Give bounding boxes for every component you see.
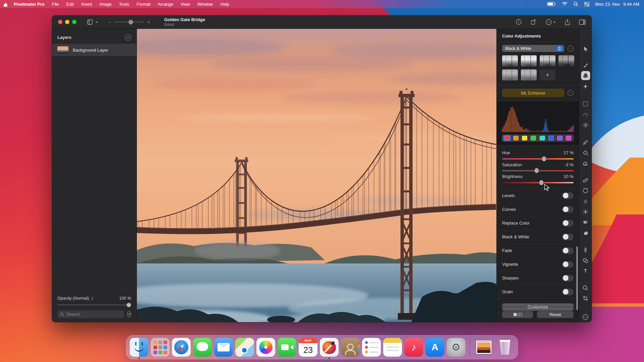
layer-search-input[interactable] bbox=[66, 312, 121, 317]
menu-item-format[interactable]: Format bbox=[133, 0, 154, 8]
dock-item-contacts[interactable] bbox=[341, 338, 360, 357]
dock-item-safari[interactable] bbox=[172, 338, 191, 357]
menu-item-image[interactable]: Image bbox=[96, 0, 115, 8]
spotlight-search-icon[interactable] bbox=[574, 2, 578, 6]
desaturate-tool-icon[interactable] bbox=[581, 218, 590, 227]
zoom-slider-knob[interactable] bbox=[128, 20, 133, 24]
dock-item-messages[interactable] bbox=[193, 338, 212, 357]
fade-toggle[interactable] bbox=[562, 247, 574, 254]
clone-tool-icon[interactable] bbox=[581, 186, 590, 195]
add-preset-button[interactable]: + bbox=[540, 69, 555, 80]
dock-item-mail[interactable] bbox=[214, 338, 233, 357]
zoom-window-button[interactable] bbox=[72, 20, 76, 24]
dock-item-facetime[interactable] bbox=[278, 338, 297, 357]
shapes-tool-icon[interactable] bbox=[581, 256, 590, 265]
apple-menu-icon[interactable] bbox=[0, 2, 10, 7]
preset-more-button[interactable]: ⋯ bbox=[568, 46, 574, 52]
battery-icon[interactable] bbox=[547, 2, 556, 6]
panel-scrollbar[interactable] bbox=[576, 246, 578, 310]
ml-more-button[interactable]: ⋯ bbox=[568, 90, 574, 96]
more-options-button[interactable] bbox=[546, 19, 556, 25]
levels-toggle[interactable] bbox=[562, 192, 574, 199]
preset-thumbnail-3[interactable] bbox=[540, 55, 555, 66]
hue-slider[interactable] bbox=[502, 158, 574, 160]
add-layer-button[interactable]: + bbox=[125, 34, 131, 41]
share-button[interactable] bbox=[565, 19, 570, 25]
wifi-icon[interactable] bbox=[562, 2, 568, 6]
layer-row-background[interactable]: Background Layer bbox=[52, 44, 137, 56]
dock-item-finder[interactable] bbox=[130, 338, 149, 357]
menu-clock[interactable]: Mon 23. Nov9:44 AM bbox=[595, 2, 639, 7]
vignette-toggle[interactable] bbox=[562, 261, 574, 268]
move-tool-icon[interactable] bbox=[581, 44, 590, 53]
saturation-slider[interactable] bbox=[502, 170, 574, 172]
zoom-in-button[interactable]: + bbox=[147, 19, 150, 25]
dock-item-pixelmator-pro[interactable] bbox=[320, 338, 339, 357]
preset-dropdown[interactable]: Black & White bbox=[502, 45, 564, 52]
color-swatch-5[interactable] bbox=[538, 135, 546, 141]
color-swatch-4[interactable] bbox=[529, 135, 538, 141]
sidebar-toggle-button[interactable] bbox=[579, 19, 586, 25]
menu-item-help[interactable]: Help bbox=[217, 0, 233, 8]
erase-tool-icon[interactable] bbox=[581, 158, 590, 167]
dock-item-calendar[interactable]: NOV23 bbox=[299, 338, 318, 357]
dock-item-maps[interactable] bbox=[235, 338, 254, 357]
dock-item-reminders[interactable] bbox=[362, 338, 381, 357]
style-tool-icon[interactable] bbox=[581, 60, 590, 69]
dock-item-music[interactable]: ♪ bbox=[405, 338, 423, 357]
canvas-zoom-slider[interactable] bbox=[114, 21, 144, 22]
color-swatch-1[interactable] bbox=[503, 135, 511, 141]
color-swatch-6[interactable] bbox=[547, 135, 555, 141]
color-swatch-7[interactable] bbox=[556, 135, 564, 141]
dock-item-system-preferences[interactable]: ⚙ bbox=[447, 338, 466, 357]
sharpen-tool-icon[interactable] bbox=[581, 207, 590, 216]
dock-item-app-store[interactable]: A bbox=[426, 338, 444, 357]
reset-button[interactable]: Reset bbox=[537, 311, 574, 318]
more-tools-icon[interactable] bbox=[581, 312, 590, 321]
opacity-slider[interactable] bbox=[57, 304, 131, 305]
layer-search-box[interactable] bbox=[57, 310, 124, 318]
grain-toggle[interactable] bbox=[562, 289, 574, 295]
opacity-slider-knob[interactable] bbox=[127, 303, 131, 307]
menu-item-insert[interactable]: Insert bbox=[77, 0, 96, 8]
color-swatch-8[interactable] bbox=[565, 135, 573, 141]
brightness-slider[interactable] bbox=[502, 182, 574, 183]
color-adjustments-tool-icon[interactable] bbox=[581, 71, 590, 80]
marquee-select-tool-icon[interactable] bbox=[581, 99, 590, 108]
type-tool-icon[interactable]: T bbox=[581, 266, 590, 275]
zoom-tool-icon[interactable] bbox=[581, 283, 590, 292]
retouch-tool-icon[interactable] bbox=[581, 176, 590, 185]
menu-item-tools[interactable]: Tools bbox=[115, 0, 133, 8]
pen-tool-icon[interactable] bbox=[581, 245, 590, 254]
blur-tool-icon[interactable] bbox=[581, 197, 590, 206]
menu-item-file[interactable]: File bbox=[48, 0, 63, 8]
preset-thumbnail-6[interactable] bbox=[521, 69, 537, 80]
slider-knob[interactable] bbox=[535, 168, 539, 173]
menu-item-view[interactable]: View bbox=[177, 0, 194, 8]
close-button[interactable] bbox=[58, 20, 62, 24]
view-options-button[interactable] bbox=[87, 19, 98, 25]
layer-filter-button[interactable] bbox=[127, 311, 131, 317]
slider-knob[interactable] bbox=[542, 156, 546, 161]
dock-item-trash[interactable] bbox=[496, 338, 515, 357]
compare-button[interactable] bbox=[502, 311, 533, 318]
preset-thumbnail-5[interactable] bbox=[502, 69, 518, 80]
menu-item-app[interactable]: Pixelmator Pro bbox=[10, 0, 48, 8]
dock-item-launchpad[interactable] bbox=[151, 338, 170, 357]
curves-toggle[interactable] bbox=[562, 206, 574, 213]
control-center-icon[interactable] bbox=[584, 2, 589, 6]
fill-tool-icon[interactable] bbox=[581, 148, 590, 157]
crop-tool-icon[interactable] bbox=[581, 294, 590, 303]
dock-item-recent-document[interactable] bbox=[475, 338, 493, 357]
canvas[interactable] bbox=[137, 29, 496, 322]
canvas-rotate-button[interactable] bbox=[531, 19, 537, 25]
opacity-stepper-icon[interactable] bbox=[91, 297, 93, 300]
opacity-label[interactable]: Opacity (Normal) bbox=[57, 296, 89, 301]
ml-enhance-button[interactable]: ML Enhance bbox=[502, 89, 564, 97]
quick-select-tool-icon[interactable] bbox=[581, 110, 590, 119]
effects-tool-icon[interactable] bbox=[581, 82, 590, 91]
paint-tool-icon[interactable] bbox=[581, 138, 590, 147]
black-white-toggle[interactable] bbox=[562, 234, 574, 240]
dock-item-photos[interactable] bbox=[257, 338, 275, 357]
color-swatch-2[interactable] bbox=[512, 135, 520, 141]
